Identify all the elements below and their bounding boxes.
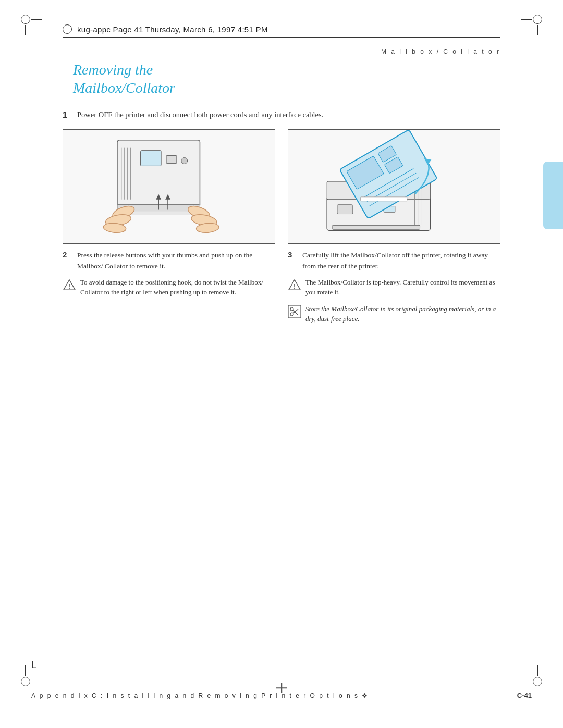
step-2-header: 2 Press the release buttons with your th… xyxy=(63,250,275,272)
header: kug-appc Page 41 Thursday, March 6, 1997… xyxy=(63,21,500,38)
corner-mark-bl xyxy=(21,671,36,686)
step-3-warning-text: The Mailbox/Collator is top-heavy. Caref… xyxy=(305,277,500,298)
header-circle-icon xyxy=(63,24,72,34)
svg-rect-27 xyxy=(332,225,420,229)
svg-rect-28 xyxy=(337,204,353,214)
step-3-text: Carefully lift the Mailbox/Collator off … xyxy=(302,250,500,272)
svg-point-7 xyxy=(181,157,188,164)
step-3-header: 3 Carefully lift the Mailbox/Collator of… xyxy=(288,250,500,272)
section-label: M a i l b o x / C o l l a t o r xyxy=(31,48,500,55)
footer-left-text: A p p e n d i x C : I n s t a l l i n g … xyxy=(31,692,369,699)
svg-text:!: ! xyxy=(293,282,296,290)
step-1-row: 1 Power OFF the printer and disconnect b… xyxy=(63,109,500,121)
step-2-warning-text: To avoid damage to the positioning hook,… xyxy=(80,277,275,298)
step-3-number: 3 xyxy=(288,250,299,259)
blue-tab xyxy=(543,162,563,229)
step-3-note: Store the Mailbox/Collator in its origin… xyxy=(288,304,500,324)
svg-rect-39 xyxy=(361,197,407,201)
illustration-step2 xyxy=(63,129,275,244)
corner-mark-br xyxy=(527,671,542,686)
bottom-l-mark: L xyxy=(31,660,36,671)
step-3-note-text: Store the Mailbox/Collator in its origin… xyxy=(305,304,500,324)
step-3-section: 3 Carefully lift the Mailbox/Collator of… xyxy=(288,250,500,324)
warning-icon-3: ! xyxy=(288,278,301,294)
step-2-warning: ! To avoid damage to the positioning hoo… xyxy=(63,277,275,298)
col-left: 2 Press the release buttons with your th… xyxy=(63,129,275,324)
page-title: Removing the Mailbox/Collator xyxy=(73,60,500,97)
corner-mark-tr xyxy=(527,15,542,30)
footer: A p p e n d i x C : I n s t a l l i n g … xyxy=(31,687,532,699)
svg-rect-5 xyxy=(141,150,162,166)
step-2-number: 2 xyxy=(63,250,74,259)
svg-rect-6 xyxy=(166,155,177,163)
main-content: Removing the Mailbox/Collator 1 Power OF… xyxy=(63,60,500,324)
step-1-number: 1 xyxy=(63,110,77,120)
step-2-section: 2 Press the release buttons with your th… xyxy=(63,250,275,298)
two-column-section: 2 Press the release buttons with your th… xyxy=(63,129,500,324)
page: kug-appc Page 41 Thursday, March 6, 1997… xyxy=(0,0,563,728)
footer-page-number: C-41 xyxy=(517,692,532,699)
warning-icon-2: ! xyxy=(63,278,76,294)
illustration-step3 xyxy=(288,129,500,244)
col-right: 3 Carefully lift the Mailbox/Collator of… xyxy=(288,129,500,324)
svg-rect-9 xyxy=(125,211,192,215)
step-1-text: Power OFF the printer and disconnect bot… xyxy=(77,109,323,121)
note-icon-3 xyxy=(288,305,301,320)
step-2-text: Press the release buttons with your thum… xyxy=(77,250,275,272)
corner-mark-tl xyxy=(21,15,36,30)
step-3-warning: ! The Mailbox/Collator is top-heavy. Car… xyxy=(288,277,500,298)
header-title: kug-appc Page 41 Thursday, March 6, 1997… xyxy=(77,25,268,34)
svg-text:!: ! xyxy=(68,282,70,290)
